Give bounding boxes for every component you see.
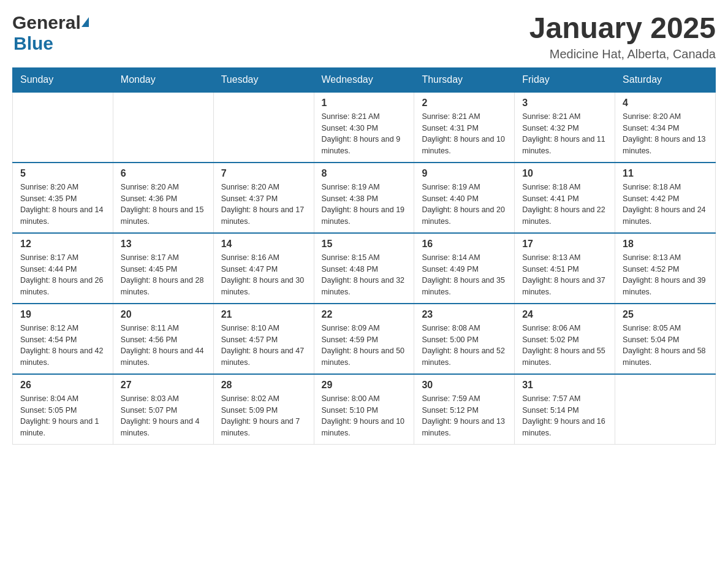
day-number: 25: [623, 309, 708, 320]
day-number: 10: [522, 168, 607, 179]
day-number: 4: [623, 98, 708, 109]
day-info: Sunrise: 7:57 AM Sunset: 5:14 PM Dayligh…: [522, 393, 607, 439]
day-info: Sunrise: 8:14 AM Sunset: 4:49 PM Dayligh…: [422, 252, 507, 298]
calendar-cell: 17Sunrise: 8:13 AM Sunset: 4:51 PM Dayli…: [515, 233, 615, 304]
day-info: Sunrise: 7:59 AM Sunset: 5:12 PM Dayligh…: [422, 393, 507, 439]
calendar-week-row: 19Sunrise: 8:12 AM Sunset: 4:54 PM Dayli…: [13, 304, 716, 374]
day-info: Sunrise: 8:00 AM Sunset: 5:10 PM Dayligh…: [322, 393, 407, 439]
calendar-cell: 13Sunrise: 8:17 AM Sunset: 4:45 PM Dayli…: [113, 233, 213, 304]
calendar-cell: 6Sunrise: 8:20 AM Sunset: 4:36 PM Daylig…: [113, 163, 213, 233]
day-of-week-header: Friday: [515, 67, 615, 92]
logo-blue: Blue: [13, 33, 53, 54]
title-section: January 2025 Medicine Hat, Alberta, Cana…: [529, 12, 716, 61]
day-number: 27: [121, 380, 206, 391]
calendar-cell: 27Sunrise: 8:03 AM Sunset: 5:07 PM Dayli…: [113, 374, 213, 445]
day-info: Sunrise: 8:12 AM Sunset: 4:54 PM Dayligh…: [20, 323, 105, 369]
day-info: Sunrise: 8:19 AM Sunset: 4:38 PM Dayligh…: [322, 182, 407, 228]
calendar-cell: 26Sunrise: 8:04 AM Sunset: 5:05 PM Dayli…: [13, 374, 113, 445]
day-info: Sunrise: 8:20 AM Sunset: 4:36 PM Dayligh…: [121, 182, 206, 228]
calendar-title: January 2025: [529, 12, 716, 45]
day-info: Sunrise: 8:19 AM Sunset: 4:40 PM Dayligh…: [422, 182, 507, 228]
calendar-header-row: SundayMondayTuesdayWednesdayThursdayFrid…: [13, 67, 716, 92]
calendar-cell: 10Sunrise: 8:18 AM Sunset: 4:41 PM Dayli…: [515, 163, 615, 233]
day-info: Sunrise: 8:11 AM Sunset: 4:56 PM Dayligh…: [121, 323, 206, 369]
calendar-cell: 14Sunrise: 8:16 AM Sunset: 4:47 PM Dayli…: [213, 233, 314, 304]
day-info: Sunrise: 8:13 AM Sunset: 4:52 PM Dayligh…: [623, 252, 708, 298]
calendar-cell: 9Sunrise: 8:19 AM Sunset: 4:40 PM Daylig…: [414, 163, 515, 233]
day-info: Sunrise: 8:02 AM Sunset: 5:09 PM Dayligh…: [221, 393, 306, 439]
logo: General Blue: [12, 12, 89, 54]
day-number: 5: [20, 168, 105, 179]
day-number: 24: [522, 309, 607, 320]
day-of-week-header: Saturday: [615, 67, 716, 92]
day-number: 11: [623, 168, 708, 179]
day-info: Sunrise: 8:17 AM Sunset: 4:44 PM Dayligh…: [20, 252, 105, 298]
logo-arrow-icon: [82, 17, 89, 27]
day-number: 9: [422, 168, 507, 179]
day-info: Sunrise: 8:18 AM Sunset: 4:42 PM Dayligh…: [623, 182, 708, 228]
day-info: Sunrise: 8:03 AM Sunset: 5:07 PM Dayligh…: [121, 393, 206, 439]
day-of-week-header: Tuesday: [213, 67, 314, 92]
day-of-week-header: Monday: [113, 67, 213, 92]
calendar-cell: [13, 92, 113, 163]
day-info: Sunrise: 8:13 AM Sunset: 4:51 PM Dayligh…: [522, 252, 607, 298]
day-number: 3: [522, 98, 607, 109]
calendar-cell: 7Sunrise: 8:20 AM Sunset: 4:37 PM Daylig…: [213, 163, 314, 233]
day-number: 12: [20, 239, 105, 250]
calendar-cell: 11Sunrise: 8:18 AM Sunset: 4:42 PM Dayli…: [615, 163, 716, 233]
day-info: Sunrise: 8:20 AM Sunset: 4:37 PM Dayligh…: [221, 182, 306, 228]
day-number: 13: [121, 239, 206, 250]
calendar-cell: [213, 92, 314, 163]
day-info: Sunrise: 8:04 AM Sunset: 5:05 PM Dayligh…: [20, 393, 105, 439]
day-number: 20: [121, 309, 206, 320]
day-number: 18: [623, 239, 708, 250]
calendar-cell: [615, 374, 716, 445]
day-number: 30: [422, 380, 507, 391]
day-number: 14: [221, 239, 306, 250]
day-info: Sunrise: 8:20 AM Sunset: 4:35 PM Dayligh…: [20, 182, 105, 228]
calendar-table: SundayMondayTuesdayWednesdayThursdayFrid…: [12, 67, 716, 445]
day-info: Sunrise: 8:15 AM Sunset: 4:48 PM Dayligh…: [322, 252, 407, 298]
day-number: 29: [322, 380, 407, 391]
calendar-week-row: 1Sunrise: 8:21 AM Sunset: 4:30 PM Daylig…: [13, 92, 716, 163]
calendar-cell: 16Sunrise: 8:14 AM Sunset: 4:49 PM Dayli…: [414, 233, 515, 304]
calendar-cell: 30Sunrise: 7:59 AM Sunset: 5:12 PM Dayli…: [414, 374, 515, 445]
calendar-cell: 2Sunrise: 8:21 AM Sunset: 4:31 PM Daylig…: [414, 92, 515, 163]
day-info: Sunrise: 8:18 AM Sunset: 4:41 PM Dayligh…: [522, 182, 607, 228]
day-number: 15: [322, 239, 407, 250]
day-number: 8: [322, 168, 407, 179]
calendar-cell: 5Sunrise: 8:20 AM Sunset: 4:35 PM Daylig…: [13, 163, 113, 233]
location: Medicine Hat, Alberta, Canada: [529, 47, 716, 61]
calendar-cell: 4Sunrise: 8:20 AM Sunset: 4:34 PM Daylig…: [615, 92, 716, 163]
calendar-cell: 24Sunrise: 8:06 AM Sunset: 5:02 PM Dayli…: [515, 304, 615, 374]
day-number: 2: [422, 98, 507, 109]
day-info: Sunrise: 8:06 AM Sunset: 5:02 PM Dayligh…: [522, 323, 607, 369]
calendar-week-row: 5Sunrise: 8:20 AM Sunset: 4:35 PM Daylig…: [13, 163, 716, 233]
day-info: Sunrise: 8:09 AM Sunset: 4:59 PM Dayligh…: [322, 323, 407, 369]
day-info: Sunrise: 8:21 AM Sunset: 4:30 PM Dayligh…: [322, 111, 407, 157]
calendar-cell: 21Sunrise: 8:10 AM Sunset: 4:57 PM Dayli…: [213, 304, 314, 374]
day-info: Sunrise: 8:08 AM Sunset: 5:00 PM Dayligh…: [422, 323, 507, 369]
day-number: 7: [221, 168, 306, 179]
page-header: General Blue January 2025 Medicine Hat, …: [12, 12, 716, 61]
calendar-cell: 22Sunrise: 8:09 AM Sunset: 4:59 PM Dayli…: [314, 304, 414, 374]
day-info: Sunrise: 8:10 AM Sunset: 4:57 PM Dayligh…: [221, 323, 306, 369]
calendar-cell: 28Sunrise: 8:02 AM Sunset: 5:09 PM Dayli…: [213, 374, 314, 445]
calendar-cell: 12Sunrise: 8:17 AM Sunset: 4:44 PM Dayli…: [13, 233, 113, 304]
calendar-week-row: 12Sunrise: 8:17 AM Sunset: 4:44 PM Dayli…: [13, 233, 716, 304]
day-number: 26: [20, 380, 105, 391]
calendar-cell: 15Sunrise: 8:15 AM Sunset: 4:48 PM Dayli…: [314, 233, 414, 304]
day-number: 6: [121, 168, 206, 179]
day-number: 31: [522, 380, 607, 391]
calendar-cell: 18Sunrise: 8:13 AM Sunset: 4:52 PM Dayli…: [615, 233, 716, 304]
day-info: Sunrise: 8:21 AM Sunset: 4:31 PM Dayligh…: [422, 111, 507, 157]
day-info: Sunrise: 8:17 AM Sunset: 4:45 PM Dayligh…: [121, 252, 206, 298]
calendar-cell: 8Sunrise: 8:19 AM Sunset: 4:38 PM Daylig…: [314, 163, 414, 233]
day-info: Sunrise: 8:05 AM Sunset: 5:04 PM Dayligh…: [623, 323, 708, 369]
day-of-week-header: Thursday: [414, 67, 515, 92]
day-number: 23: [422, 309, 507, 320]
logo-general: General: [12, 12, 81, 33]
calendar-cell: 29Sunrise: 8:00 AM Sunset: 5:10 PM Dayli…: [314, 374, 414, 445]
calendar-cell: 3Sunrise: 8:21 AM Sunset: 4:32 PM Daylig…: [515, 92, 615, 163]
day-number: 28: [221, 380, 306, 391]
